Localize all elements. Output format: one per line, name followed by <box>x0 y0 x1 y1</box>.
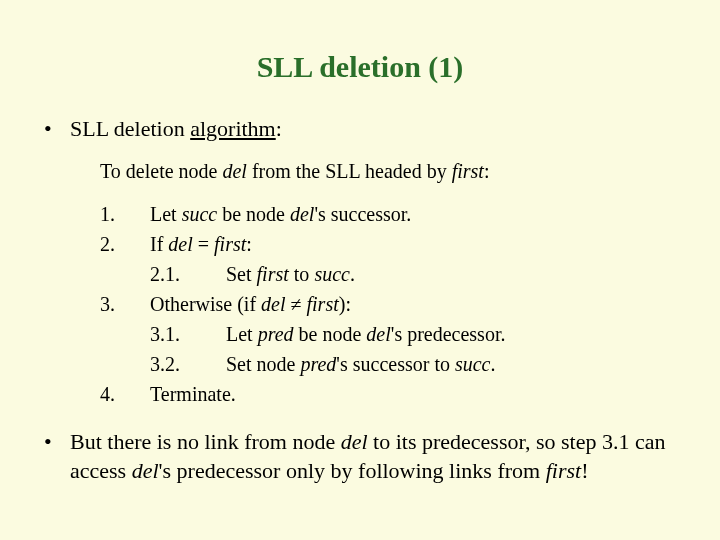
t: . <box>491 353 496 375</box>
bullet-text: SLL deletion algorithm: <box>70 114 676 144</box>
step-body: Terminate. <box>150 379 676 409</box>
t: ): <box>339 293 351 315</box>
t: ! <box>581 458 588 483</box>
bullet-dot: • <box>44 427 70 486</box>
step-3-2: 3.2. Set node pred's successor to succ. <box>150 349 676 379</box>
intro-line: To delete node del from the SLL headed b… <box>100 158 676 185</box>
step-body: Otherwise (if del ≠ first): 3.1. Let pre… <box>150 289 676 379</box>
heading-underline: algorithm <box>190 116 276 141</box>
it: pred <box>258 323 294 345</box>
substep-number: 3.2. <box>150 349 226 379</box>
step-3: 3. Otherwise (if del ≠ first): 3.1. Let … <box>100 289 676 379</box>
steps: 1. Let succ be node del's successor. 2. … <box>100 199 676 409</box>
it: succ <box>314 263 350 285</box>
substep-number: 2.1. <box>150 259 226 289</box>
t: 's predecessor. <box>391 323 506 345</box>
it: first <box>546 458 581 483</box>
step-number: 1. <box>100 199 150 229</box>
it: del <box>261 293 285 315</box>
it: first <box>307 293 339 315</box>
it: del <box>341 429 368 454</box>
step-2-1: 2.1. Set first to succ. <box>150 259 676 289</box>
it: first <box>214 233 246 255</box>
heading-post: : <box>276 116 282 141</box>
t: But there is no link from node <box>70 429 341 454</box>
t: Let <box>226 323 258 345</box>
it: succ <box>182 203 218 225</box>
t: . <box>350 263 355 285</box>
bullet-dot: • <box>44 114 70 144</box>
step-body: Let succ be node del's successor. <box>150 199 676 229</box>
t: : <box>246 233 252 255</box>
step-1: 1. Let succ be node del's successor. <box>100 199 676 229</box>
bullet-note: • But there is no link from node del to … <box>44 427 676 486</box>
step-number: 3. <box>100 289 150 379</box>
intro-del: del <box>222 160 246 182</box>
t: If <box>150 233 168 255</box>
step-4: 4. Terminate. <box>100 379 676 409</box>
t: 's successor to <box>336 353 455 375</box>
step-2: 2. If del = first: 2.1. Set first to suc… <box>100 229 676 289</box>
t: be node <box>217 203 290 225</box>
it: del <box>168 233 192 255</box>
substep-body: Let pred be node del's predecessor. <box>226 319 676 349</box>
bullet-algorithm: • SLL deletion algorithm: <box>44 114 676 144</box>
heading-pre: SLL deletion <box>70 116 190 141</box>
substep-body: Set node pred's successor to succ. <box>226 349 676 379</box>
t: Otherwise (if <box>150 293 261 315</box>
substep-body: Set first to succ. <box>226 259 676 289</box>
it: del <box>290 203 314 225</box>
t: 's successor. <box>314 203 411 225</box>
step-3-1: 3.1. Let pred be node del's predecessor. <box>150 319 676 349</box>
step-body: If del = first: 2.1. Set first to succ. <box>150 229 676 289</box>
t: Set node <box>226 353 300 375</box>
t: to <box>289 263 315 285</box>
slide-title: SLL deletion (1) <box>44 50 676 84</box>
it: succ <box>455 353 491 375</box>
slide: SLL deletion (1) • SLL deletion algorith… <box>0 0 720 540</box>
intro-pre: To delete node <box>100 160 222 182</box>
it: first <box>257 263 289 285</box>
substep-number: 3.1. <box>150 319 226 349</box>
step-number: 2. <box>100 229 150 289</box>
t: Set <box>226 263 257 285</box>
step-number: 4. <box>100 379 150 409</box>
it: del <box>132 458 159 483</box>
t: be node <box>294 323 367 345</box>
bullet-text: But there is no link from node del to it… <box>70 427 676 486</box>
t: = <box>193 233 214 255</box>
intro-mid: from the SLL headed by <box>247 160 452 182</box>
it: pred <box>300 353 336 375</box>
intro-post: : <box>484 160 490 182</box>
t: Let <box>150 203 182 225</box>
t: ≠ <box>286 293 307 315</box>
intro-first: first <box>452 160 484 182</box>
it: del <box>366 323 390 345</box>
t: 's predecessor only by following links f… <box>159 458 546 483</box>
